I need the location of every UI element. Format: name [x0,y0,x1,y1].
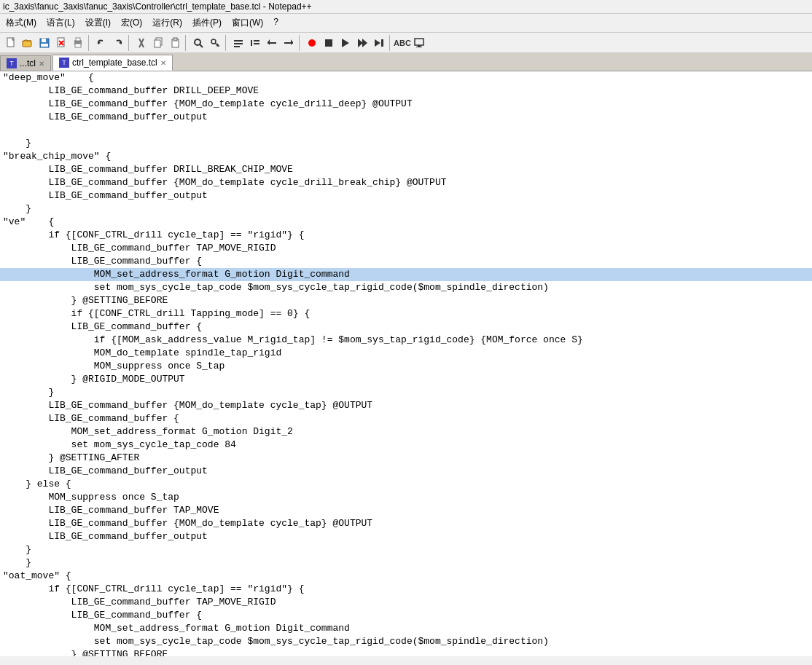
open-button[interactable] [20,35,36,51]
line-content-41: LIB_GE_command_buffer { [0,609,202,622]
menu-settings[interactable]: 设置(I) [81,15,115,31]
code-line-36: } [0,543,812,556]
code-line-25: LIB_GE_command_buffer {MOM_do_template c… [0,399,812,412]
line-content-9: LIB_GE_command_buffer_output [0,189,208,202]
line-content-15: MOM_set_address_format G_motion Digit_co… [0,268,350,281]
menu-language[interactable]: 语言(L) [42,15,79,31]
code-line-3: LIB_GE_command_buffer_output [0,111,812,124]
menu-help[interactable]: ? [269,15,283,31]
play-all-button[interactable] [354,35,370,51]
code-line-32: MOM_suppress once S_tap [0,491,812,504]
code-line-5: } [0,137,812,150]
svg-rect-24 [234,43,243,44]
line-content-42: MOM_set_address_format G_motion Digit_co… [0,622,350,635]
tab-bar: T ...tcl ✕ T ctrl_template_base.tcl ✕ [0,53,812,71]
line-content-11: "ve" { [0,216,54,229]
svg-rect-3 [42,39,46,42]
line-content-5: } [0,137,31,150]
toolbar-btn-7[interactable] [264,35,280,51]
separator-6 [389,35,392,51]
code-line-29: } @SETTING_AFTER [0,452,812,465]
replace-button[interactable] [207,35,223,51]
svg-rect-26 [251,40,252,46]
menu-run[interactable]: 运行(R) [148,15,187,31]
toolbar-btn-5[interactable] [230,35,246,51]
code-line-13: LIB_GE_command_buffer TAP_MOVE_RIGID [0,242,812,255]
menu-window[interactable]: 窗口(W) [227,15,268,31]
code-line-40: LIB_GE_command_buffer TAP_MOVE_RIGID [0,596,812,609]
code-line-23: } @RIGID_MODE_OUTPUT [0,373,812,386]
menu-bar: 格式(M) 语言(L) 设置(I) 宏(O) 运行(R) 插件(P) 窗口(W)… [0,14,812,33]
svg-rect-34 [325,39,332,47]
separator-5 [299,35,302,51]
stop-button[interactable] [321,35,337,51]
spellcheck-button[interactable]: ABC [394,35,410,51]
svg-marker-32 [291,39,293,45]
code-line-16: set mom_sys_cycle_tap_code $mom_sys_cycl… [0,281,812,294]
svg-rect-28 [254,43,259,44]
code-line-28: set mom_sys_cycle_tap_code 84 [0,438,812,452]
menu-format[interactable]: 格式(M) [1,15,41,31]
line-content-0: "deep_move" { [0,71,94,84]
new-button[interactable] [3,35,19,51]
svg-rect-40 [415,39,423,45]
code-line-44: } @SETTING_BEFORE [0,648,812,656]
line-content-24: } [0,386,54,399]
line-content-38: "oat_move" { [0,570,71,583]
editor-container: "deep_move" { LIB_GE_command_buffer DRIL… [0,71,812,656]
line-content-1: LIB_GE_command_buffer DRILL_DEEP_MOVE [0,84,259,98]
play-button[interactable] [337,35,354,51]
tab-0[interactable]: T ...tcl ✕ [0,55,51,71]
separator-4 [225,35,228,51]
svg-marker-38 [375,39,380,47]
svg-rect-25 [234,46,240,47]
print-button[interactable] [70,35,86,51]
code-line-26: LIB_GE_command_buffer { [0,412,812,425]
line-content-18: if {[CONF_CTRL_drill Tapping_mode] == 0}… [0,307,310,320]
line-content-14: LIB_GE_command_buffer { [0,255,202,268]
paste-button[interactable] [167,35,183,51]
line-content-22: MOM_suppress once S_tap [0,360,225,373]
code-line-7: LIB_GE_command_buffer DRILL_BREAK_CHIP_M… [0,163,812,176]
svg-rect-10 [75,44,81,47]
line-content-6: "break_chip_move" { [0,150,111,163]
code-line-17: } @SETTING_BEFORE [0,294,812,307]
svg-rect-16 [155,40,160,47]
menu-macro[interactable]: 宏(O) [117,15,147,31]
code-line-0: "deep_move" { [0,71,812,84]
monitor-button[interactable] [411,35,427,51]
code-line-35: LIB_GE_command_buffer_output [0,530,812,543]
line-content-4 [0,124,3,137]
undo-button[interactable] [93,35,109,51]
record-button[interactable] [304,35,320,51]
cut-button[interactable] [133,35,149,51]
svg-rect-42 [416,47,422,47]
svg-marker-35 [342,39,349,47]
step-button[interactable] [371,35,387,51]
code-line-37: } [0,556,812,570]
line-content-34: LIB_GE_command_buffer {MOM_do_template c… [0,517,372,530]
close-file-button[interactable] [53,35,69,51]
line-content-44: } @SETTING_BEFORE [0,648,168,656]
line-content-12: if {[CONF_CTRL_drill cycle_tap] == "rigi… [0,229,304,242]
code-area[interactable]: "deep_move" { LIB_GE_command_buffer DRIL… [0,71,812,656]
redo-button[interactable] [110,35,126,51]
toolbar-btn-6[interactable] [247,35,263,51]
separator-2 [128,35,131,51]
toolbar-btn-8[interactable] [281,35,297,51]
code-line-2: LIB_GE_command_buffer {MOM_do_template c… [0,98,812,111]
line-content-25: LIB_GE_command_buffer {MOM_do_template c… [0,399,372,412]
menu-plugins[interactable]: 插件(P) [188,15,226,31]
line-content-20: if {[MOM_ask_address_value M_rigid_tap] … [0,334,583,347]
code-line-22: MOM_suppress once S_tap [0,360,812,373]
separator-1 [88,35,91,51]
tab-1[interactable]: T ctrl_template_base.tcl ✕ [52,55,173,71]
svg-rect-18 [173,38,177,41]
find-button[interactable] [190,35,206,51]
save-button[interactable] [36,35,52,51]
copy-button[interactable] [150,35,166,51]
code-line-41: LIB_GE_command_buffer { [0,609,812,622]
tab-close-0[interactable]: ✕ [39,60,44,68]
tab-close-1[interactable]: ✕ [160,59,166,67]
svg-point-33 [308,39,316,47]
